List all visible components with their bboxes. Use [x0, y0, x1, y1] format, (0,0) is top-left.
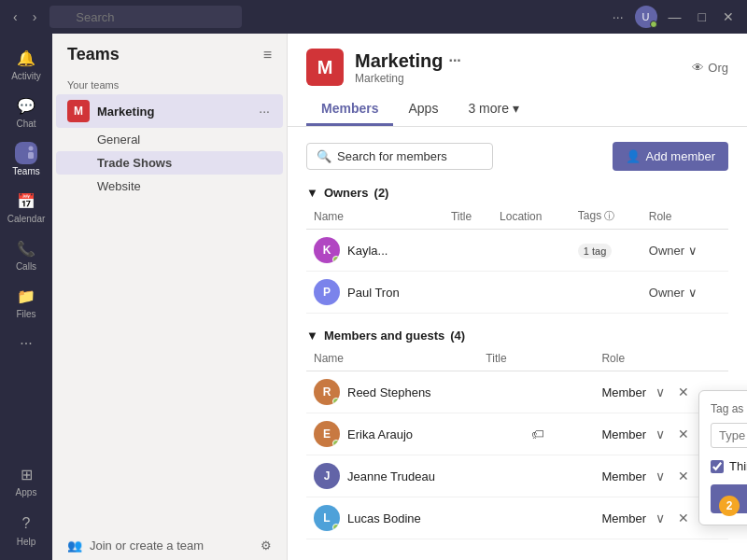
tag-name-input[interactable] — [711, 423, 747, 448]
kayla-tag-badge[interactable]: 1 tag — [578, 244, 612, 259]
title-bar: ‹ › 🔍 ··· U — □ ✕ — [0, 0, 747, 34]
title-bar-right: ··· U — □ ✕ — [607, 6, 740, 28]
search-members-input[interactable]: 🔍 Search for members — [306, 143, 493, 170]
sidebar-item-apps[interactable]: ⊞ Apps — [4, 457, 49, 503]
owner-paul-location — [492, 272, 571, 314]
member-lucas-name: Lucas Bodine — [347, 511, 421, 525]
filter-button[interactable]: ≡ — [263, 47, 272, 63]
settings-button[interactable]: ⚙ — [261, 539, 272, 553]
members-section-header[interactable]: ▼ Members and guests (4) — [306, 329, 728, 343]
lucas-remove-button[interactable]: ✕ — [674, 509, 693, 527]
col-name: Name — [306, 203, 444, 230]
member-lucas-avatar: L — [314, 505, 340, 531]
team-more-button[interactable]: ··· — [257, 104, 272, 119]
kayla-role-label: Owner — [649, 244, 684, 258]
channel-general[interactable]: General — [56, 128, 283, 151]
owner-paul-title — [444, 272, 492, 314]
sidebar-item-calls[interactable]: 📞 Calls — [4, 231, 49, 277]
third-floor-checkbox[interactable] — [711, 460, 724, 473]
member-reed-avatar: R — [314, 379, 340, 405]
channel-trade-shows[interactable]: Trade Shows — [56, 151, 283, 175]
member-row-jeanne: J Jeanne Trudeau Member ∨ ✕ — [306, 455, 728, 497]
tag-popup-label: Tag as — [711, 402, 747, 415]
tag-icon[interactable]: 🏷 — [531, 427, 544, 441]
jeanne-remove-button[interactable]: ✕ — [674, 467, 693, 485]
owners-chevron-icon: ▼ — [306, 186, 318, 200]
owner-row-paul: P Paul Tron Owner ∨ — [306, 272, 728, 314]
tag-option-third-floor[interactable]: Third Floor — [711, 455, 747, 477]
join-create-team[interactable]: 👥 Join or create a team ⚙ — [52, 531, 287, 560]
back-button[interactable]: ‹ — [7, 7, 23, 26]
reed-role-dropdown[interactable]: ∨ — [652, 383, 669, 401]
add-member-button[interactable]: 👤 Add member — [613, 142, 728, 171]
avatar-letter: P — [314, 279, 340, 305]
tab-members[interactable]: Members — [306, 93, 393, 126]
minimize-button[interactable]: — — [663, 7, 687, 26]
member-reed-location — [524, 371, 595, 413]
member-reed-name: Reed Stephens — [347, 385, 431, 399]
sidebar-item-help[interactable]: ? Help — [4, 507, 49, 553]
tab-apps[interactable]: Apps — [393, 93, 453, 126]
erika-remove-button[interactable]: ✕ — [674, 425, 693, 443]
sidebar-item-more[interactable]: ··· — [4, 327, 49, 360]
tab-more[interactable]: 3 more ▾ — [453, 93, 533, 126]
help-label: Help — [17, 537, 36, 547]
org-button[interactable]: 👁 Org — [692, 61, 728, 75]
svg-point-2 — [29, 147, 34, 151]
member-erika-title — [478, 413, 523, 455]
member-jeanne-title — [478, 455, 523, 497]
owner-kayla-title — [444, 230, 492, 272]
user-avatar[interactable]: U — [635, 6, 657, 28]
svg-point-1 — [21, 146, 26, 151]
owners-section-header[interactable]: ▼ Owners (2) — [306, 186, 728, 200]
channel-title-area: Marketing ··· Marketing — [355, 50, 681, 85]
kayla-role-dropdown[interactable]: Owner ∨ — [649, 244, 721, 258]
paul-role-dropdown[interactable]: Owner ∨ — [649, 286, 721, 300]
chat-icon: 💬 — [15, 94, 37, 117]
team-marketing-avatar: M — [67, 100, 90, 122]
sidebar-item-chat[interactable]: 💬 Chat — [4, 89, 49, 134]
main-content: M Marketing ··· Marketing 👁 Org Members … — [288, 34, 747, 560]
member-lucas-name-cell: L Lucas Bodine — [306, 497, 478, 539]
owner-paul-avatar: P — [314, 279, 340, 305]
sidebar-item-calendar[interactable]: 📅 Calendar — [4, 184, 49, 230]
app-body: 🔔 Activity 💬 Chat Teams 📅 Calendar 📞 Cal… — [0, 34, 747, 560]
maximize-button[interactable]: □ — [693, 7, 712, 26]
close-button[interactable]: ✕ — [717, 7, 740, 26]
global-search-input[interactable] — [49, 6, 242, 28]
sidebar-item-files[interactable]: 📁 Files — [4, 279, 49, 325]
member-jeanne-name: Jeanne Trudeau — [347, 469, 435, 483]
team-marketing[interactable]: M Marketing ··· — [56, 94, 283, 128]
owners-table-header: Name Title Location Tags ⓘ Role — [306, 203, 728, 230]
member-lucas-role-label: Member — [601, 511, 646, 525]
reed-remove-button[interactable]: ✕ — [674, 383, 693, 401]
member-reed-name-cell: R Reed Stephens — [306, 371, 478, 413]
channel-options-button[interactable]: ··· — [448, 52, 460, 69]
org-icon: 👁 — [692, 61, 704, 75]
avatar-letter: J — [314, 463, 340, 489]
calls-label: Calls — [16, 261, 36, 272]
sidebar-item-activity[interactable]: 🔔 Activity — [4, 41, 49, 87]
add-member-label: Add member — [646, 149, 715, 163]
channel-website[interactable]: Website — [56, 175, 283, 198]
owners-table: Name Title Location Tags ⓘ Role — [306, 203, 728, 314]
members-label: Members and guests — [324, 329, 444, 343]
svg-rect-3 — [28, 152, 34, 159]
erika-role-dropdown[interactable]: ∨ — [652, 425, 669, 443]
member-reed-title — [478, 371, 523, 413]
channel-avatar: M — [306, 49, 344, 86]
apply-button[interactable]: Apply — [711, 484, 747, 513]
online-indicator — [332, 398, 340, 405]
svg-rect-0 — [19, 150, 28, 159]
tags-label: Tags — [578, 209, 601, 222]
org-label: Org — [708, 61, 728, 75]
lucas-role-dropdown[interactable]: ∨ — [652, 509, 669, 527]
jeanne-role-dropdown[interactable]: ∨ — [652, 467, 669, 485]
more-options-button[interactable]: ··· — [607, 7, 629, 26]
add-member-icon: 👤 — [626, 149, 641, 163]
chat-label: Chat — [16, 119, 35, 129]
forward-button[interactable]: › — [27, 7, 43, 26]
member-jeanne-location — [524, 455, 595, 497]
channel-name-text: Marketing — [355, 50, 443, 72]
sidebar-item-teams[interactable]: Teams — [4, 136, 49, 182]
